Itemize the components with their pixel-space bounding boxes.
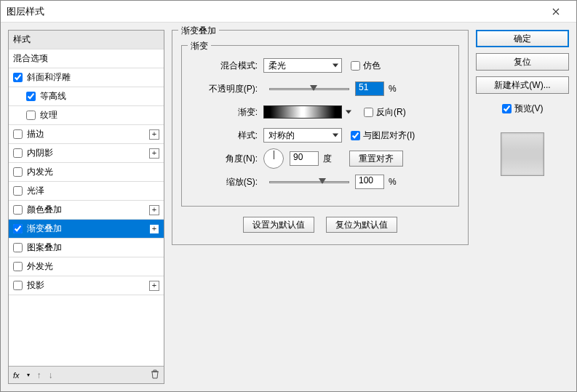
style-contour[interactable]: 等高线 [9, 87, 164, 106]
new-style-button[interactable]: 新建样式(W)... [476, 76, 569, 94]
slider-thumb-icon[interactable] [319, 178, 326, 184]
gradient-inner-group: 渐变 混合模式: 柔光 仿色 不透明度(P): 51 % 渐变: [181, 45, 459, 207]
gradient-overlay-group: 渐变叠加 渐变 混合模式: 柔光 仿色 不透明度(P): 51 % [172, 30, 469, 245]
align-checkbox[interactable] [351, 131, 360, 140]
outer-glow-checkbox[interactable] [13, 262, 23, 271]
gradient-overlay-checkbox[interactable] [13, 224, 23, 233]
align-label: 与图层对齐(I) [363, 129, 415, 142]
scale-label: 缩放(S): [191, 176, 263, 188]
plus-icon[interactable]: + [149, 148, 159, 159]
drop-shadow-checkbox[interactable] [13, 281, 23, 290]
plus-icon[interactable]: + [149, 205, 159, 215]
close-icon [552, 8, 560, 15]
fx-chevron-icon[interactable]: ▾ [27, 372, 30, 378]
preview-checkbox[interactable] [502, 104, 512, 113]
styles-footer: fx ▾ ↑ ↓ [9, 366, 164, 383]
opacity-label: 不透明度(P): [191, 83, 263, 95]
contour-checkbox[interactable] [26, 92, 36, 101]
style-pattern-overlay[interactable]: 图案叠加 [9, 239, 164, 257]
style-color-overlay[interactable]: 颜色叠加+ [9, 201, 164, 220]
scale-input[interactable]: 100 [355, 175, 384, 189]
satin-checkbox[interactable] [13, 186, 23, 196]
styles-header: 样式 [9, 31, 164, 49]
trash-icon[interactable] [151, 369, 159, 381]
titlebar: 图层样式 [1, 1, 576, 23]
style-texture[interactable]: 纹理 [9, 106, 164, 125]
plus-icon[interactable]: + [149, 224, 159, 234]
color-overlay-checkbox[interactable] [13, 205, 23, 215]
ok-button[interactable]: 确定 [476, 30, 569, 47]
styles-list: 样式 混合选项 斜面和浮雕 等高线 纹理 描边+ 内阴影+ 内发光 光泽 颜色叠… [9, 31, 164, 366]
default-buttons: 设置为默认值 复位为默认值 [181, 217, 459, 233]
plus-icon[interactable]: + [149, 129, 159, 140]
style-inner-glow[interactable]: 内发光 [9, 163, 164, 182]
opacity-unit: % [389, 84, 397, 94]
reset-default-button[interactable]: 复位为默认值 [326, 217, 397, 233]
preview-swatch [501, 132, 544, 176]
angle-input[interactable]: 90 [290, 151, 319, 166]
style-stroke[interactable]: 描边+ [9, 125, 164, 144]
blend-mode-label: 混合模式: [191, 60, 263, 72]
gradient-picker[interactable] [263, 105, 342, 119]
action-panel: 确定 复位 新建样式(W)... 预览(V) [476, 30, 569, 384]
inner-shadow-checkbox[interactable] [13, 148, 23, 158]
style-drop-shadow[interactable]: 投影+ [9, 276, 164, 295]
move-down-icon[interactable]: ↓ [49, 370, 53, 380]
plus-icon[interactable]: + [149, 281, 159, 291]
style-satin[interactable]: 光泽 [9, 182, 164, 201]
reverse-label: 反向(R) [376, 106, 406, 119]
style-bevel[interactable]: 斜面和浮雕 [9, 68, 164, 87]
pattern-overlay-checkbox[interactable] [13, 243, 23, 252]
settings-panel: 渐变叠加 渐变 混合模式: 柔光 仿色 不透明度(P): 51 % [172, 30, 469, 384]
preview-label: 预览(V) [514, 103, 544, 115]
scale-unit: % [389, 177, 397, 187]
style-gradient-overlay[interactable]: 渐变叠加+ [9, 220, 164, 239]
layer-style-dialog: 图层样式 样式 混合选项 斜面和浮雕 等高线 纹理 描边+ 内阴影+ 内发光 光… [0, 0, 577, 392]
style-dropdown[interactable]: 对称的 [263, 128, 342, 143]
style-label: 样式: [191, 129, 263, 142]
blend-mode-dropdown[interactable]: 柔光 [263, 58, 342, 73]
style-outer-glow[interactable]: 外发光 [9, 257, 164, 276]
angle-dial[interactable] [263, 148, 284, 169]
gradient-label: 渐变: [191, 106, 263, 119]
style-inner-shadow[interactable]: 内阴影+ [9, 144, 164, 163]
inner-glow-checkbox[interactable] [13, 167, 23, 177]
texture-checkbox[interactable] [26, 111, 36, 120]
close-button[interactable] [541, 1, 570, 22]
preview-toggle: 预览(V) [476, 103, 569, 115]
move-up-icon[interactable]: ↑ [37, 370, 41, 380]
scale-slider[interactable] [269, 181, 349, 183]
slider-thumb-icon[interactable] [310, 85, 317, 91]
inner-title: 渐变 [188, 40, 211, 52]
angle-unit: 度 [323, 153, 332, 165]
dither-label: 仿色 [363, 60, 381, 72]
style-blend-options[interactable]: 混合选项 [9, 49, 164, 68]
set-default-button[interactable]: 设置为默认值 [243, 217, 314, 233]
fx-icon[interactable]: fx [13, 371, 20, 380]
dither-checkbox[interactable] [351, 61, 360, 71]
cancel-button[interactable]: 复位 [476, 53, 569, 71]
window-title: 图层样式 [7, 5, 541, 18]
reset-align-button[interactable]: 重置对齐 [349, 151, 403, 167]
stroke-checkbox[interactable] [13, 129, 23, 139]
angle-label: 角度(N): [191, 153, 263, 165]
styles-panel: 样式 混合选项 斜面和浮雕 等高线 纹理 描边+ 内阴影+ 内发光 光泽 颜色叠… [8, 30, 164, 384]
opacity-input[interactable]: 51 [355, 81, 384, 96]
bevel-checkbox[interactable] [13, 73, 23, 82]
opacity-slider[interactable] [269, 88, 349, 90]
reverse-checkbox[interactable] [364, 108, 373, 117]
group-title: 渐变叠加 [178, 25, 219, 37]
